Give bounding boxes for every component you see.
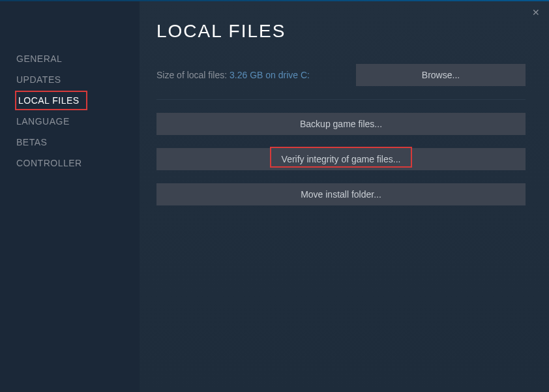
verify-integrity-button[interactable]: Verify integrity of game files... — [156, 148, 526, 170]
verify-label: Verify integrity of game files... — [282, 154, 401, 164]
sidebar-item-general[interactable]: GENERAL — [0, 49, 62, 68]
sidebar-item-label: LANGUAGE — [16, 116, 70, 127]
main-content: ✕ LOCAL FILES Size of local files: 3.26 … — [140, 1, 549, 392]
sidebar-item-label: CONTROLLER — [16, 158, 82, 168]
backup-button[interactable]: Backup game files... — [156, 113, 526, 135]
sidebar-item-label: UPDATES — [16, 74, 61, 85]
move-label: Move install folder... — [301, 189, 381, 200]
size-value-link[interactable]: 3.26 GB on drive C: — [230, 70, 310, 80]
sidebar-item-betas[interactable]: BETAS — [0, 132, 47, 152]
sidebar-item-label: BETAS — [16, 137, 47, 147]
close-icon: ✕ — [532, 7, 540, 18]
page-title: LOCAL FILES — [156, 21, 526, 42]
size-info-row: Size of local files: 3.26 GB on drive C:… — [156, 64, 526, 100]
move-install-button[interactable]: Move install folder... — [156, 183, 526, 205]
sidebar-item-label: GENERAL — [16, 53, 62, 64]
backup-label: Backup game files... — [300, 119, 382, 129]
sidebar-item-label: LOCAL FILES — [18, 95, 80, 106]
sidebar-item-controller[interactable]: CONTROLLER — [0, 153, 82, 173]
sidebar-item-local-files[interactable]: LOCAL FILES — [15, 91, 87, 110]
size-label: Size of local files: — [156, 70, 230, 80]
size-info-text: Size of local files: 3.26 GB on drive C: — [156, 70, 310, 80]
sidebar-item-updates[interactable]: UPDATES — [0, 70, 61, 89]
settings-sidebar: GENERAL UPDATES LOCAL FILES LANGUAGE BET… — [0, 1, 140, 392]
close-button[interactable]: ✕ — [532, 8, 540, 17]
sidebar-item-language[interactable]: LANGUAGE — [0, 112, 70, 131]
browse-label: Browse... — [422, 70, 460, 80]
browse-button[interactable]: Browse... — [356, 64, 526, 86]
